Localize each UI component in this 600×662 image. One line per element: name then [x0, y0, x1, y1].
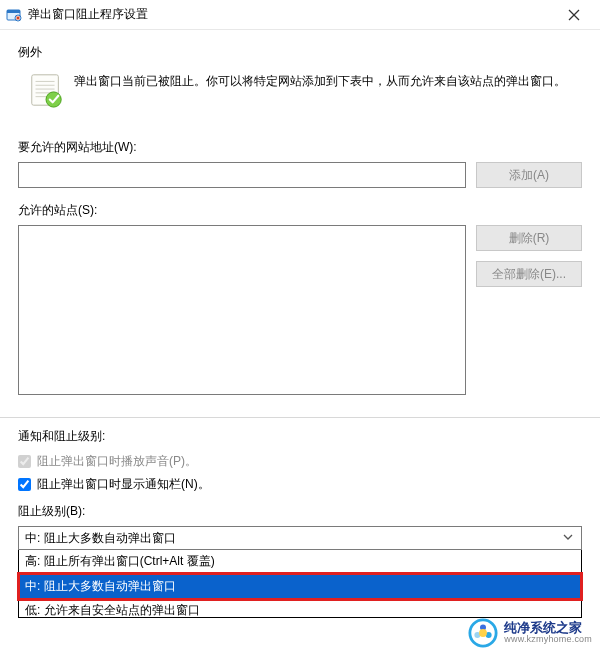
svg-point-17 [475, 632, 481, 638]
exceptions-heading: 例外 [18, 44, 582, 61]
allowed-sites-listbox[interactable] [18, 225, 466, 395]
svg-rect-1 [7, 10, 20, 13]
watermark-url: www.kzmyhome.com [504, 635, 592, 645]
address-field-block: 要允许的网站地址(W): 添加(A) [18, 139, 582, 188]
play-sound-row[interactable]: 阻止弹出窗口时播放声音(P)。 [18, 453, 582, 470]
dropdown-item-high[interactable]: 高: 阻止所有弹出窗口(Ctrl+Alt 覆盖) [19, 549, 581, 574]
remove-all-button[interactable]: 全部删除(E)... [476, 261, 582, 287]
dropdown-item-medium[interactable]: 中: 阻止大多数自动弹出窗口 [19, 574, 581, 599]
play-sound-checkbox [18, 455, 31, 468]
svg-point-18 [479, 629, 487, 637]
play-sound-label: 阻止弹出窗口时播放声音(P)。 [37, 453, 197, 470]
watermark: 纯净系统之家 www.kzmyhome.com [468, 618, 592, 648]
section-divider [0, 417, 600, 418]
svg-point-15 [480, 624, 486, 630]
blocking-level-block: 阻止级别(B): 中: 阻止大多数自动弹出窗口 高: 阻止所有弹出窗口(Ctrl… [18, 503, 582, 618]
show-bar-checkbox[interactable] [18, 478, 31, 491]
close-button[interactable] [554, 1, 594, 29]
title-bar: 弹出窗口阻止程序设置 [0, 0, 600, 30]
allowed-sites-buttons: 删除(R) 全部删除(E)... [476, 225, 582, 287]
blocking-level-combo[interactable]: 中: 阻止大多数自动弹出窗口 [18, 526, 582, 550]
blocking-level-label: 阻止级别(B): [18, 503, 582, 520]
address-label: 要允许的网站地址(W): [18, 139, 582, 156]
show-bar-label: 阻止弹出窗口时显示通知栏(N)。 [37, 476, 210, 493]
allowed-sites-block: 允许的站点(S): 删除(R) 全部删除(E)... [18, 202, 582, 395]
info-row: 弹出窗口当前已被阻止。你可以将特定网站添加到下表中，从而允许来自该站点的弹出窗口… [18, 69, 582, 125]
note-icon [27, 71, 65, 112]
window-icon [6, 7, 22, 23]
notifications-heading: 通知和阻止级别: [18, 428, 582, 445]
info-icon-cell [18, 69, 74, 125]
remove-button[interactable]: 删除(R) [476, 225, 582, 251]
svg-point-13 [46, 92, 61, 107]
add-button-label: 添加(A) [509, 167, 549, 184]
add-button[interactable]: 添加(A) [476, 162, 582, 188]
remove-button-label: 删除(R) [509, 230, 550, 247]
blocking-level-dropdown: 高: 阻止所有弹出窗口(Ctrl+Alt 覆盖) 中: 阻止大多数自动弹出窗口 … [18, 549, 582, 618]
watermark-logo-icon [468, 618, 498, 648]
window-title: 弹出窗口阻止程序设置 [28, 6, 554, 23]
show-bar-row[interactable]: 阻止弹出窗口时显示通知栏(N)。 [18, 476, 582, 493]
remove-all-button-label: 全部删除(E)... [492, 266, 566, 283]
allowed-sites-label: 允许的站点(S): [18, 202, 582, 219]
watermark-brand: 纯净系统之家 [504, 621, 592, 635]
dialog-body: 例外 弹出窗口当前已被阻止。你可以将特定网站添加到下表中，从而允许来自该站点的弹… [0, 30, 600, 618]
svg-point-14 [470, 620, 496, 646]
svg-point-16 [486, 632, 492, 638]
chevron-down-icon [561, 531, 575, 545]
dropdown-item-low[interactable]: 低: 允许来自安全站点的弹出窗口 [19, 599, 581, 617]
close-icon [568, 9, 580, 21]
combo-selected-text: 中: 阻止大多数自动弹出窗口 [25, 530, 176, 547]
info-text: 弹出窗口当前已被阻止。你可以将特定网站添加到下表中，从而允许来自该站点的弹出窗口… [74, 69, 582, 91]
address-input[interactable] [18, 162, 466, 188]
